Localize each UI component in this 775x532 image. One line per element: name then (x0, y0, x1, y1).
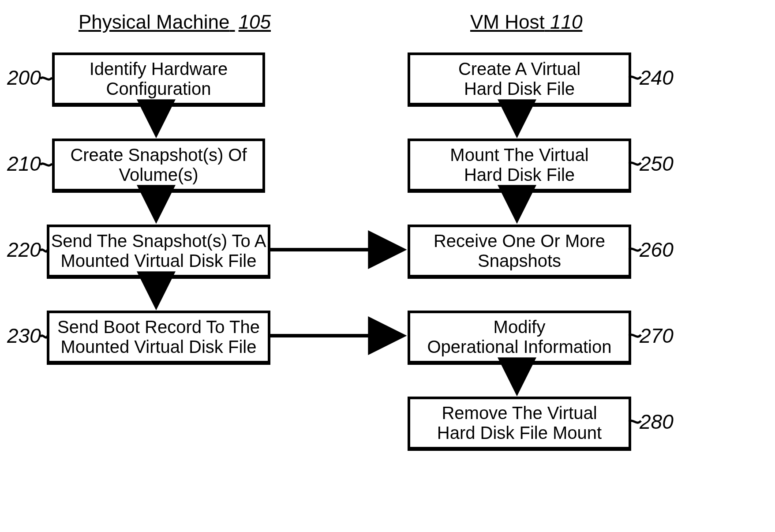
box-identify-hardware: Identify Hardware Configuration (52, 52, 265, 107)
heading-right-num: 110 (550, 11, 582, 33)
squiggle-200 (40, 78, 52, 79)
ref-270: 270 (640, 324, 674, 348)
ref-220: 220 (7, 238, 41, 262)
box-240-line2: Hard Disk File (410, 79, 629, 99)
box-240-line1: Create A Virtual (410, 59, 629, 79)
heading-vm-host: VM Host 110 (470, 11, 582, 33)
box-270-line1: Modify (410, 317, 629, 337)
box-create-snapshots: Create Snapshot(s) Of Volume(s) (52, 139, 265, 193)
box-280-line2: Hard Disk File Mount (410, 423, 629, 443)
box-280-line1: Remove The Virtual (410, 403, 629, 423)
box-210-line2: Volume(s) (55, 165, 262, 185)
box-220-line2: Mounted Virtual Disk File (49, 251, 268, 271)
ref-210: 210 (7, 152, 41, 176)
ref-230: 230 (7, 324, 41, 348)
box-260-line2: Snapshots (410, 251, 629, 271)
box-remove-mount: Remove The Virtual Hard Disk File Mount (408, 397, 631, 451)
box-220-line1: Send The Snapshot(s) To A (49, 231, 268, 251)
ref-280: 280 (640, 410, 674, 434)
heading-left-text: Physical Machine (79, 11, 229, 33)
box-250-line2: Hard Disk File (410, 165, 629, 185)
box-260-line1: Receive One Or More (410, 231, 629, 251)
box-200-line1: Identify Hardware (55, 59, 262, 79)
box-modify-op-info: Modify Operational Information (408, 311, 631, 365)
ref-240: 240 (640, 66, 674, 90)
box-send-boot-record: Send Boot Record To The Mounted Virtual … (47, 311, 270, 365)
box-200-line2: Configuration (55, 79, 262, 99)
heading-left-num: 105 (239, 11, 271, 33)
box-210-line1: Create Snapshot(s) Of (55, 145, 262, 165)
box-create-vhd: Create A Virtual Hard Disk File (408, 52, 631, 107)
ref-250: 250 (640, 152, 674, 176)
box-270-line2: Operational Information (410, 337, 629, 357)
diagram-canvas: Physical Machine 105 VM Host 110 Identif… (0, 0, 775, 532)
box-250-line1: Mount The Virtual (410, 145, 629, 165)
box-230-line1: Send Boot Record To The (49, 317, 268, 337)
squiggle-210 (40, 164, 52, 165)
box-receive-snapshots: Receive One Or More Snapshots (408, 225, 631, 279)
box-mount-vhd: Mount The Virtual Hard Disk File (408, 139, 631, 193)
box-send-snapshots: Send The Snapshot(s) To A Mounted Virtua… (47, 225, 270, 279)
heading-physical-machine: Physical Machine 105 (79, 11, 271, 33)
ref-260: 260 (640, 238, 674, 262)
box-230-line2: Mounted Virtual Disk File (49, 337, 268, 357)
heading-right-text: VM Host (470, 11, 545, 33)
ref-200: 200 (7, 66, 41, 90)
